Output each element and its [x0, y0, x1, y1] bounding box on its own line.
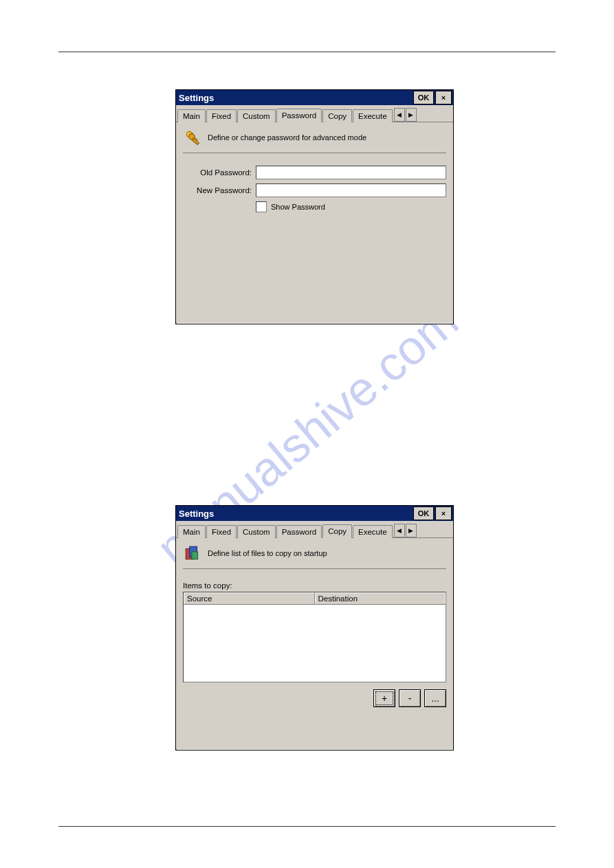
tab-execute[interactable]: Execute [353, 109, 393, 122]
close-button[interactable]: × [435, 91, 452, 104]
ok-button[interactable]: OK [413, 507, 434, 520]
copy-files-icon [183, 544, 202, 563]
tab-fixed[interactable]: Fixed [206, 525, 237, 538]
tab-password[interactable]: Password [276, 109, 322, 122]
tab-scroll-left[interactable]: ◀ [394, 108, 405, 122]
tab-custom[interactable]: Custom [237, 525, 276, 538]
old-password-label: Old Password: [183, 168, 256, 177]
tab-password[interactable]: Password [276, 525, 322, 538]
tab-copy[interactable]: Copy [322, 524, 352, 538]
window-title: Settings [179, 93, 214, 103]
pane-heading-text: Define or change password for advanced m… [208, 133, 366, 142]
tab-fixed[interactable]: Fixed [206, 109, 237, 122]
old-password-input[interactable] [256, 166, 446, 179]
titlebar: Settings OK × [176, 506, 453, 521]
old-password-row: Old Password: [183, 166, 446, 179]
new-password-input[interactable] [256, 183, 446, 197]
pane-heading-row: Define or change password for advanced m… [183, 128, 446, 153]
keys-icon [183, 128, 202, 147]
new-password-label: New Password: [183, 186, 256, 194]
remove-button[interactable]: - [399, 689, 421, 707]
column-source[interactable]: Source [184, 592, 315, 604]
window-title: Settings [179, 509, 214, 519]
list-header: Source Destination [184, 592, 446, 605]
add-button[interactable]: + [373, 689, 395, 707]
show-password-label: Show Password [271, 203, 325, 211]
tab-execute[interactable]: Execute [353, 525, 393, 538]
new-password-row: New Password: [183, 183, 446, 197]
settings-window-copy: Settings OK × Main Fixed Custom Password… [175, 505, 454, 750]
pane-heading-text: Define list of files to copy on startup [208, 549, 327, 557]
page-rule-top [58, 52, 556, 52]
close-icon: × [441, 93, 446, 102]
tab-scroll-right[interactable]: ▶ [406, 524, 417, 537]
ok-button[interactable]: OK [413, 91, 434, 104]
tab-pane-password: Define or change password for advanced m… [176, 122, 453, 323]
tab-scroll-right[interactable]: ▶ [406, 108, 417, 122]
tab-scroll-left[interactable]: ◀ [394, 524, 405, 537]
show-password-checkbox[interactable] [256, 201, 267, 212]
page-rule-bottom [58, 826, 556, 827]
tab-strip: Main Fixed Custom Password Copy Execute … [176, 105, 453, 122]
column-destination[interactable]: Destination [315, 592, 446, 604]
close-icon: × [441, 509, 446, 518]
show-password-row: Show Password [256, 201, 446, 212]
copy-list[interactable]: Source Destination [183, 592, 446, 682]
titlebar: Settings OK × [176, 90, 453, 105]
tab-main[interactable]: Main [177, 525, 206, 538]
svg-rect-6 [192, 552, 198, 559]
settings-window-password: Settings OK × Main Fixed Custom Password… [175, 89, 454, 324]
tab-copy[interactable]: Copy [322, 109, 352, 122]
more-button[interactable]: ... [424, 689, 446, 707]
tab-custom[interactable]: Custom [237, 109, 276, 122]
tab-main[interactable]: Main [177, 109, 206, 122]
items-to-copy-label: Items to copy: [183, 581, 446, 590]
pane-heading-row: Define list of files to copy on startup [183, 544, 446, 569]
close-button[interactable]: × [435, 507, 452, 520]
tab-pane-copy: Define list of files to copy on startup … [176, 538, 453, 749]
list-button-row: + - ... [183, 689, 446, 707]
tab-strip: Main Fixed Custom Password Copy Execute … [176, 521, 453, 538]
